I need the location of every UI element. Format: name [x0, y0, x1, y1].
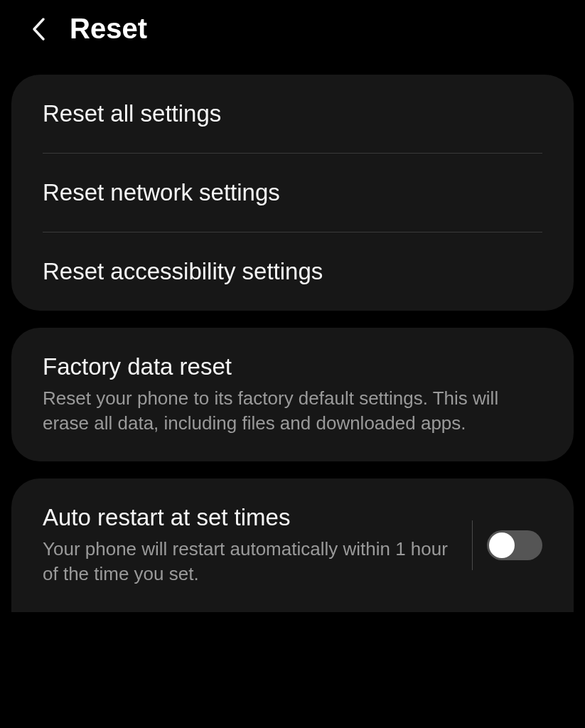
card-auto-restart: Auto restart at set times Your phone wil… — [11, 478, 574, 612]
card-factory-reset[interactable]: Factory data reset Reset your phone to i… — [11, 328, 574, 461]
toggle-knob — [489, 532, 515, 558]
back-icon[interactable] — [28, 19, 48, 39]
vertical-divider — [472, 520, 473, 570]
card-reset-options: Reset all settings Reset network setting… — [11, 75, 574, 311]
reset-network-settings-label: Reset network settings — [43, 179, 542, 206]
page-title: Reset — [70, 13, 147, 45]
auto-restart-description: Your phone will restart automatically wi… — [43, 537, 458, 587]
header: Reset — [0, 0, 585, 58]
auto-restart-item[interactable]: Auto restart at set times Your phone wil… — [11, 478, 574, 612]
reset-network-settings-item[interactable]: Reset network settings — [11, 154, 574, 232]
factory-data-reset-label: Factory data reset — [43, 353, 542, 380]
auto-restart-label: Auto restart at set times — [43, 504, 458, 531]
reset-accessibility-settings-label: Reset accessibility settings — [43, 258, 542, 285]
factory-data-reset-item[interactable]: Factory data reset Reset your phone to i… — [11, 328, 574, 461]
reset-all-settings-label: Reset all settings — [43, 100, 542, 127]
factory-data-reset-description: Reset your phone to its factory default … — [43, 386, 542, 436]
auto-restart-text: Auto restart at set times Your phone wil… — [43, 504, 458, 587]
auto-restart-toggle[interactable] — [487, 530, 542, 560]
reset-all-settings-item[interactable]: Reset all settings — [11, 75, 574, 153]
reset-accessibility-settings-item[interactable]: Reset accessibility settings — [11, 232, 574, 311]
